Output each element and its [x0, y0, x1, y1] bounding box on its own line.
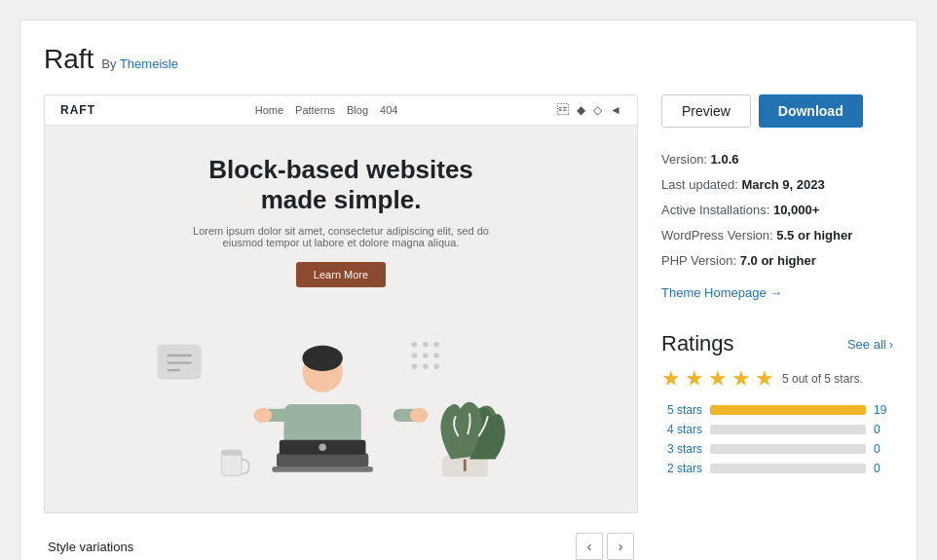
download-button[interactable]: Download [759, 94, 863, 128]
rating-bar-count: 19 [874, 403, 893, 417]
svg-rect-20 [277, 453, 368, 467]
facebook-icon:  [557, 103, 569, 117]
rating-bar-count: 0 [874, 423, 893, 436]
active-installs-row: Active Installations: 10,000+ [661, 198, 893, 223]
style-variations-bar: Style variations ‹ › [44, 525, 638, 560]
svg-point-10 [412, 364, 418, 370]
svg-rect-25 [221, 451, 242, 457]
last-updated-row: Last updated: March 9, 2023 [661, 172, 893, 198]
wp-version-row: WordPress Version: 5.5 or higher [661, 223, 893, 248]
rating-bar-row: 2 stars0 [661, 462, 893, 475]
rating-bar-label: 4 stars [661, 423, 702, 436]
rating-bar-label: 3 stars [661, 442, 702, 456]
svg-point-5 [423, 342, 429, 348]
svg-point-6 [433, 342, 439, 348]
next-arrow-button[interactable]: › [607, 533, 634, 560]
theme-card: Raft By Themeisle RAFT Home Patterns Blo… [19, 19, 918, 560]
svg-point-23 [319, 444, 326, 452]
style-variations-label: Style variations [48, 540, 133, 554]
star-2: ★ [685, 366, 704, 392]
by-author: By Themeisle [101, 56, 178, 71]
star-5: ★ [755, 366, 774, 392]
svg-point-9 [433, 354, 439, 359]
svg-point-4 [412, 342, 418, 348]
action-buttons: Preview Download [661, 94, 893, 128]
svg-point-11 [423, 364, 429, 370]
star-score: 5 out of 5 stars. [782, 372, 863, 386]
svg-rect-21 [272, 467, 373, 472]
mini-nav-icons:  ◆ ◇ ◄ [557, 103, 621, 117]
mini-hero: Block-based websitesmade simple. Lorem i… [45, 126, 637, 307]
rating-bar-row: 5 stars19 [661, 403, 893, 417]
see-all-link[interactable]: See all › [847, 337, 893, 352]
rating-bar-track [710, 425, 866, 434]
mini-hero-sub: Lorem ipsum dolor sit amet, consectetur … [185, 225, 497, 248]
illustration-svg [84, 307, 598, 502]
nav-arrows: ‹ › [576, 533, 634, 560]
rating-bar-count: 0 [874, 442, 893, 456]
preview-button[interactable]: Preview [661, 94, 751, 128]
theme-preview: RAFT Home Patterns Blog 404  ◆ ◇ ◄ [44, 94, 638, 513]
page-title: Raft [44, 44, 94, 75]
preview-panel: RAFT Home Patterns Blog 404  ◆ ◇ ◄ [44, 94, 638, 560]
mini-hero-title: Block-based websitesmade simple. [60, 155, 621, 215]
chevron-right-icon: › [889, 337, 893, 352]
rating-bar-label: 5 stars [661, 403, 702, 417]
theme-homepage-link[interactable]: Theme Homepage → [661, 285, 893, 300]
content-area: RAFT Home Patterns Blog 404  ◆ ◇ ◄ [44, 94, 893, 560]
ratings-header: Ratings See all › [661, 331, 893, 356]
page-header: Raft By Themeisle [44, 44, 893, 75]
svg-point-14 [302, 346, 342, 371]
svg-point-8 [423, 354, 429, 359]
rating-bar-row: 4 stars0 [661, 423, 893, 436]
rating-bar-track [710, 464, 866, 473]
mini-illustration [45, 307, 637, 502]
rating-bar-track [710, 444, 866, 454]
author-link[interactable]: Themeisle [120, 56, 178, 71]
stars-row: ★ ★ ★ ★ ★ 5 out of 5 stars. [661, 366, 893, 392]
version-row: Version: 1.0.6 [661, 147, 893, 172]
rating-bars: 5 stars194 stars03 stars02 stars0 [661, 403, 893, 475]
mini-brand: RAFT [60, 103, 95, 117]
mini-nav-links: Home Patterns Blog 404 [255, 104, 398, 116]
rating-bar-count: 0 [874, 462, 893, 475]
svg-point-18 [253, 408, 272, 423]
svg-point-19 [410, 408, 429, 423]
meta-section: Version: 1.0.6 Last updated: March 9, 20… [661, 147, 893, 274]
rating-bar-row: 3 stars0 [661, 442, 893, 456]
svg-point-7 [412, 354, 418, 359]
mini-learn-more-button[interactable]: Learn More [296, 262, 386, 287]
star-3: ★ [708, 366, 728, 392]
php-version-row: PHP Version: 7.0 or higher [661, 248, 893, 274]
info-panel: Preview Download Version: 1.0.6 Last upd… [661, 94, 893, 560]
rating-bar-fill [710, 405, 866, 415]
ratings-section: Ratings See all › ★ ★ ★ ★ ★ 5 out of 5 s… [661, 331, 893, 481]
star-1: ★ [661, 366, 681, 392]
mini-nav: RAFT Home Patterns Blog 404  ◆ ◇ ◄ [45, 95, 637, 126]
star-4: ★ [731, 366, 751, 392]
rating-bar-label: 2 stars [661, 462, 702, 475]
svg-point-12 [433, 364, 439, 370]
prev-arrow-button[interactable]: ‹ [576, 533, 603, 560]
ratings-title: Ratings [661, 331, 734, 356]
rating-bar-track [710, 405, 866, 415]
